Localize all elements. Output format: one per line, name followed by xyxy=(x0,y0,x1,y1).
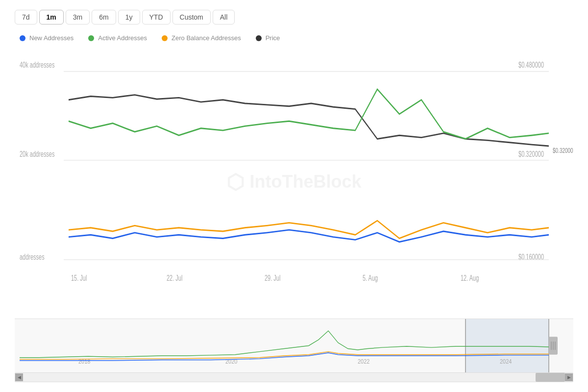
btn-1m[interactable]: 1m xyxy=(39,10,64,24)
y-label-20k: 20k addresses xyxy=(20,150,55,158)
navigator-svg: 2018 2020 2022 2024 xyxy=(15,319,573,372)
legend-dot-new xyxy=(20,35,25,41)
legend-label-new: New Addresses xyxy=(29,34,74,42)
nav-label-2020: 2020 xyxy=(225,358,238,365)
x-label-aug12: 12. Aug xyxy=(461,274,479,283)
btn-all[interactable]: All xyxy=(213,10,235,24)
nav-label-2022: 2022 xyxy=(358,358,370,365)
main-container: 7d 1m 3m 6m 1y YTD Custom All New Addres… xyxy=(0,0,588,392)
main-chart-svg: 40k addresses 20k addresses addresses $0… xyxy=(15,47,573,317)
legend-price[interactable]: Price xyxy=(256,34,280,42)
new-addresses-line xyxy=(69,230,549,242)
navigator-chart[interactable]: 2018 2020 2022 2024 xyxy=(15,318,573,372)
main-chart-area: ⬡ IntoTheBlock 40k addresses 20k address… xyxy=(15,47,573,382)
nav-label-2024: 2024 xyxy=(500,358,512,365)
btn-1y[interactable]: 1y xyxy=(118,10,140,24)
price-line xyxy=(69,95,549,146)
btn-6m[interactable]: 6m xyxy=(92,10,116,24)
time-range-selector: 7d 1m 3m 6m 1y YTD Custom All xyxy=(15,10,573,24)
y-label-40k: 40k addresses xyxy=(20,61,55,70)
legend-dot-zero xyxy=(162,35,168,41)
legend-dot-active xyxy=(88,35,94,41)
legend-zero-balance[interactable]: Zero Balance Addresses xyxy=(162,34,241,42)
legend-label-active: Active Addresses xyxy=(98,34,147,42)
btn-7d[interactable]: 7d xyxy=(15,10,37,24)
scrollbar-thumb[interactable] xyxy=(536,373,565,382)
scrollbar-track[interactable] xyxy=(23,373,565,382)
legend-label-price: Price xyxy=(266,34,280,42)
btn-ytd[interactable]: YTD xyxy=(142,10,171,24)
scroll-left-arrow[interactable]: ◀ xyxy=(15,373,23,381)
btn-custom[interactable]: Custom xyxy=(172,10,211,24)
legend-label-zero: Zero Balance Addresses xyxy=(172,34,241,42)
legend-dot-price xyxy=(256,35,262,41)
y-label-right-mid: $0.320000 xyxy=(518,150,544,158)
x-label-jul29: 29. Jul xyxy=(265,274,280,283)
y-label-0: addresses xyxy=(20,253,45,261)
x-label-aug5: 5. Aug xyxy=(363,274,378,283)
chart-svg-wrapper[interactable]: ⬡ IntoTheBlock 40k addresses 20k address… xyxy=(15,47,573,317)
x-label-jul15: 15. Jul xyxy=(71,274,87,283)
y-label-right-bot: $0.160000 xyxy=(518,253,544,261)
price-mid-label: $0.320000 xyxy=(553,147,573,155)
btn-3m[interactable]: 3m xyxy=(66,10,90,24)
scroll-right-arrow[interactable]: ▶ xyxy=(565,373,573,381)
legend-active-addresses[interactable]: Active Addresses xyxy=(88,34,147,42)
y-label-right-top: $0.480000 xyxy=(518,61,544,70)
scrollbar[interactable]: ◀ ▶ xyxy=(15,372,573,382)
chart-legend: New Addresses Active Addresses Zero Bala… xyxy=(15,34,573,42)
legend-new-addresses[interactable]: New Addresses xyxy=(20,34,74,42)
x-label-jul22: 22. Jul xyxy=(167,274,182,283)
